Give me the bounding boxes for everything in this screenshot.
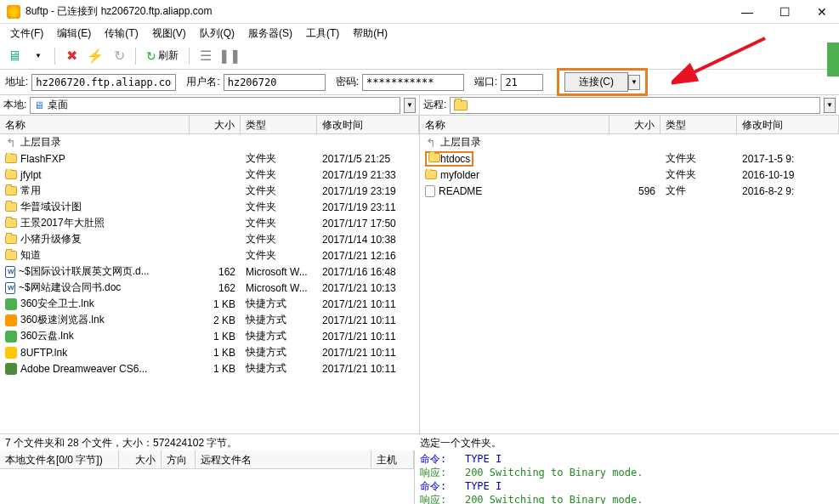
pause-icon[interactable]: ❚❚: [220, 47, 239, 65]
row-type: Microsoft W...: [241, 282, 317, 294]
local-label: 本地:: [3, 98, 26, 112]
list-row[interactable]: ↰上层目录: [0, 134, 419, 150]
row-date: 2017/1/21 10:11: [317, 347, 419, 359]
local-path-input[interactable]: 🖥 桌面: [30, 97, 400, 114]
menu-view[interactable]: 视图(V): [145, 25, 193, 42]
queue-col-dir[interactable]: 方向: [162, 450, 196, 468]
row-type: 文件夹: [241, 184, 317, 198]
list-row[interactable]: myfolder文件夹2016-10-19: [420, 167, 839, 183]
toolbar: 🖥 ▼ ✖ ⚡ ↻ ↻刷新 ☰ ❚❚: [0, 42, 839, 70]
list-row[interactable]: 360极速浏览器.lnk2 KB快捷方式2017/1/21 10:11: [0, 312, 419, 328]
menu-tools[interactable]: 工具(T): [299, 25, 346, 42]
col-name[interactable]: 名称: [0, 116, 190, 133]
up-icon: ↰: [5, 137, 17, 149]
row-date: 2017/1/5 21:25: [317, 153, 419, 165]
word-icon: [5, 266, 15, 278]
list-row[interactable]: 360云盘.lnk1 KB快捷方式2017/1/21 10:11: [0, 328, 419, 344]
row-name: ~$国际设计联展英文网页.d...: [19, 264, 150, 279]
addr-input[interactable]: [31, 74, 176, 91]
row-type: 文件夹: [241, 167, 317, 182]
queue-icon[interactable]: ☰: [196, 47, 215, 65]
list-row[interactable]: 360安全卫士.lnk1 KB快捷方式2017/1/21 10:11: [0, 296, 419, 312]
row-size: 2 KB: [190, 314, 241, 326]
app-icon: [7, 5, 20, 19]
disconnect-icon[interactable]: ✖: [62, 47, 81, 65]
list-row[interactable]: 小猪升级修复文件夹2017/1/14 10:38: [0, 231, 419, 247]
menu-file[interactable]: 文件(F): [3, 25, 50, 42]
maximize-button[interactable]: ☐: [774, 3, 795, 20]
port-label: 端口:: [474, 75, 497, 89]
row-name: 360云盘.lnk: [20, 329, 74, 343]
list-row[interactable]: Adobe Dreamweaver CS6...1 KB快捷方式2017/1/2…: [0, 360, 419, 377]
user-input[interactable]: [224, 74, 326, 91]
refresh-button[interactable]: ↻刷新: [143, 47, 182, 65]
row-name: FlashFXP: [20, 153, 65, 165]
folder-icon: [425, 170, 437, 179]
remote-list-header: 名称 大小 类型 修改时间: [420, 116, 839, 134]
row-date: 2016-10-19: [737, 169, 839, 181]
list-row[interactable]: htdocs文件夹2017-1-5 9:: [420, 150, 839, 167]
app-icon: [5, 363, 17, 375]
row-size: 162: [190, 266, 241, 278]
list-row[interactable]: 华普域设计图文件夹2017/1/19 23:11: [0, 199, 419, 215]
app-icon: [5, 298, 17, 310]
list-row[interactable]: 常用文件夹2017/1/19 23:19: [0, 183, 419, 199]
dropdown-icon[interactable]: ▼: [29, 47, 48, 65]
row-type: 文件: [660, 184, 737, 198]
folder-icon: [5, 170, 17, 179]
quick-connect-icon[interactable]: ⚡: [86, 47, 105, 65]
list-row[interactable]: 8UFTP.lnk1 KB快捷方式2017/1/21 10:11: [0, 344, 419, 360]
local-path-dropdown[interactable]: ▼: [404, 98, 416, 113]
list-row[interactable]: README596文件2016-8-2 9:: [420, 183, 839, 199]
separator: [189, 48, 190, 65]
row-name: 知道: [20, 248, 41, 263]
row-date: 2017/1/19 21:33: [317, 169, 419, 181]
remote-list[interactable]: ↰上层目录htdocs文件夹2017-1-5 9:myfolder文件夹2016…: [420, 134, 839, 433]
remote-path-dropdown[interactable]: ▼: [824, 98, 836, 113]
local-status: 7 个文件夹和 28 个文件，大小：572424102 字节。: [5, 436, 420, 449]
server-icon[interactable]: 🖥: [5, 47, 24, 65]
menu-transfer[interactable]: 传输(T): [98, 25, 145, 42]
reconnect-icon[interactable]: ↻: [110, 47, 128, 65]
list-row[interactable]: ~$网站建设合同书.doc162Microsoft W...2017/1/21 …: [0, 280, 419, 296]
menu-edit[interactable]: 编辑(E): [50, 25, 98, 42]
col-size[interactable]: 大小: [609, 116, 660, 133]
menu-server[interactable]: 服务器(S): [241, 25, 299, 42]
queue-col-name[interactable]: 本地文件名[0/0 字节]): [0, 450, 119, 468]
minimize-button[interactable]: —: [737, 3, 757, 20]
menu-help[interactable]: 帮助(H): [346, 25, 394, 42]
list-row[interactable]: ↰上层目录: [420, 134, 839, 150]
list-row[interactable]: 知道文件夹2017/1/21 12:16: [0, 247, 419, 263]
bottom-pane: 本地文件名[0/0 字节]) 大小 方向 远程文件名 主机 命令: TYPE I…: [0, 450, 839, 504]
row-date: 2017/1/21 12:16: [317, 250, 419, 262]
window-title: 8uftp - 已连接到 hz206720.ftp.aliapp.com: [26, 4, 737, 19]
log-line: 响应: 200 Switching to Binary mode.: [420, 466, 834, 479]
list-row[interactable]: jfylpt文件夹2017/1/19 21:33: [0, 167, 419, 183]
folder-icon: [5, 154, 17, 163]
close-button[interactable]: ✕: [812, 3, 832, 20]
local-list[interactable]: ↰上层目录FlashFXP文件夹2017/1/5 21:25jfylpt文件夹2…: [0, 134, 419, 433]
row-name: 常用: [20, 184, 41, 198]
list-row[interactable]: ~$国际设计联展英文网页.d...162Microsoft W...2017/1…: [0, 263, 419, 280]
queue-col-remote[interactable]: 远程文件名: [196, 450, 371, 468]
col-date[interactable]: 修改时间: [737, 116, 839, 133]
port-input[interactable]: [501, 74, 543, 91]
pass-input[interactable]: [362, 74, 464, 91]
col-size[interactable]: 大小: [190, 116, 241, 133]
queue-col-host[interactable]: 主机: [371, 450, 414, 468]
col-date[interactable]: 修改时间: [317, 116, 419, 133]
connect-button[interactable]: 连接(C): [564, 72, 628, 92]
row-date: 2016-8-2 9:: [737, 185, 839, 197]
col-type[interactable]: 类型: [241, 116, 317, 133]
connect-dropdown[interactable]: ▼: [628, 75, 640, 90]
queue-col-size[interactable]: 大小: [119, 450, 162, 468]
queue-list[interactable]: [0, 469, 414, 504]
folder-icon: [5, 218, 17, 228]
menu-queue[interactable]: 队列(Q): [193, 25, 241, 42]
remote-path-input[interactable]: [450, 97, 820, 114]
list-row[interactable]: 王景2017年大肚照文件夹2017/1/17 17:50: [0, 215, 419, 231]
list-row[interactable]: FlashFXP文件夹2017/1/5 21:25: [0, 150, 419, 167]
col-type[interactable]: 类型: [660, 116, 737, 133]
log-pane[interactable]: 命令: TYPE I响应: 200 Switching to Binary mo…: [415, 450, 839, 504]
col-name[interactable]: 名称: [420, 116, 609, 133]
